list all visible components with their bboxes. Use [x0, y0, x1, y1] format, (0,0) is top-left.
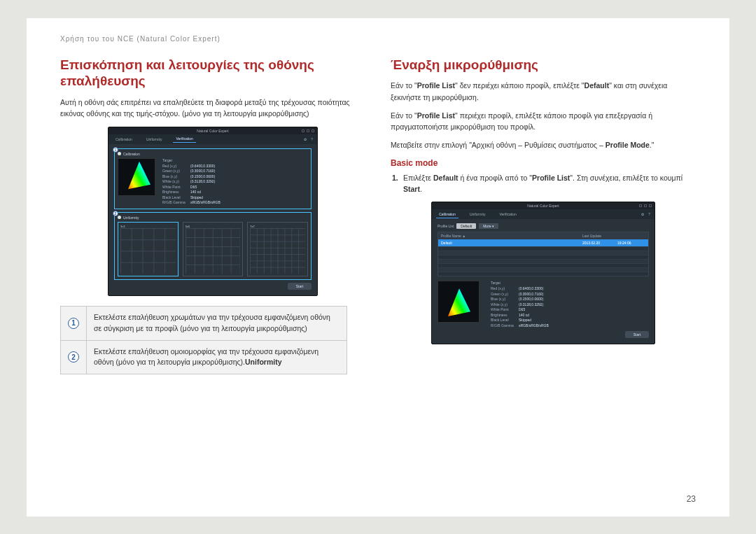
target-val: sRGB/sRGB/sRGB [519, 323, 549, 329]
more-dropdown[interactable]: More ▾ [479, 223, 498, 229]
target-key: White (x,y) [491, 302, 514, 308]
left-column: Επισκόπηση και λειτουργίες της οθόνης επ… [60, 57, 365, 375]
target-val: (0.1500,0.0600) [190, 174, 215, 180]
gear-icon[interactable]: ✿ [641, 212, 644, 216]
callout-badge-1: 1 [113, 147, 118, 153]
start-button[interactable]: Start [288, 283, 312, 290]
target-val: (0.6400,0.3300) [519, 286, 543, 292]
radio-icon[interactable] [118, 152, 121, 155]
intro-paragraph: Αυτή η οθόνη σάς επιτρέπει να επαληθεύετ… [60, 97, 365, 120]
gamut-diagram [438, 281, 479, 323]
tab-uniformity[interactable]: Uniformity [144, 136, 165, 143]
section-title-verification: Επισκόπηση και λειτουργίες της οθόνης επ… [60, 57, 365, 90]
target-key: Blue (x,y) [162, 174, 186, 180]
col-profile-name[interactable]: Profile Name ▲ [441, 234, 582, 238]
profile-detail-pane: Target Red (x,y)(0.6400,0.3300) Green (x… [438, 281, 649, 328]
target-values-table: Target Red (x,y)(0.6400,0.3300) Green (x… [162, 158, 220, 206]
grid-option-7x7[interactable]: 7x7 [247, 222, 308, 277]
target-heading: Target [162, 158, 220, 162]
target-key: Blue (x,y) [491, 297, 514, 302]
cell-date: 2013.02.20 [582, 241, 617, 245]
tab-uniformity[interactable]: Uniformity [467, 211, 489, 218]
app-title: Natural Color Expert [197, 129, 228, 133]
target-val: sRGB/sRGB/sRGB [190, 200, 220, 206]
target-val: 140 cd [190, 190, 201, 195]
uniformity-panel: 2 Uniformity 3x3 5x5 7x7 [114, 212, 312, 281]
target-key: Green (x,y) [491, 292, 514, 297]
target-key: Green (x,y) [162, 169, 186, 174]
table-row [438, 272, 648, 276]
tab-calibration[interactable]: Calibration [436, 211, 458, 218]
callout-text-1: Εκτελέστε επαλήθευση χρωμάτων για την τρ… [87, 307, 347, 341]
screenshot-profile-list-window: Natural Color Expert Calibration Uniform… [431, 202, 655, 344]
app-tabs: Calibration Uniformity Verification ✿? [432, 209, 654, 219]
target-key: R/G/B Gamma [491, 323, 514, 329]
window-buttons [639, 204, 652, 207]
panel-label-uniformity: Uniformity [123, 216, 139, 220]
callout-badge-2: 2 [113, 211, 118, 216]
tab-calibration[interactable]: Calibration [113, 136, 135, 143]
target-key: Red (x,y) [162, 164, 186, 169]
target-val: Skipped [519, 318, 531, 323]
step-1: Επιλέξτε Default ή ένα προφίλ από το "Pr… [400, 172, 696, 195]
section-title-start-calibration: Έναρξη μικρορύθμισης [391, 57, 696, 73]
help-icon[interactable]: ? [648, 212, 650, 216]
col-extra [617, 234, 645, 238]
table-header-row: Profile Name ▲ Last Update [438, 232, 648, 239]
right-column: Έναρξη μικρορύθμισης Εάν το "Profile Lis… [391, 57, 696, 375]
target-key: Black Level [491, 318, 514, 323]
target-val: (0.6400,0.3300) [190, 164, 215, 169]
document-page: Χρήση του του NCE (Natural Color Expert)… [27, 18, 729, 517]
grid-option-5x5[interactable]: 5x5 [183, 222, 244, 277]
target-val: D65 [190, 185, 197, 190]
steps-list: Επιλέξτε Default ή ένα προφίλ από το "Pr… [391, 172, 696, 195]
target-val: 140 cd [519, 313, 529, 318]
circle-number-2: 2 [68, 351, 79, 363]
help-icon[interactable]: ? [311, 137, 313, 141]
target-val: (0.3000,0.7160) [519, 292, 543, 297]
para-3: Μεταβείτε στην επιλογή "Αρχική οθόνη – Ρ… [391, 139, 696, 150]
callout-table: 1 Εκτελέστε επαλήθευση χρωμάτων για την … [60, 306, 347, 374]
target-heading: Target [491, 281, 549, 285]
start-button[interactable]: Start [625, 331, 649, 338]
panel-label-calibration: Calibration [123, 152, 140, 156]
callout-text-2: Εκτελέστε επαλήθευση ομοιομορφίας για τη… [87, 340, 347, 374]
target-key: Black Level [162, 195, 186, 201]
cell-time: 19:24:06 [617, 241, 645, 245]
target-val: D65 [519, 307, 525, 313]
target-key: R/G/B Gamma [162, 200, 186, 206]
para-2: Εάν το "Profile List" περιέχει προφίλ, ε… [391, 110, 696, 133]
tab-verification[interactable]: Verification [496, 211, 519, 218]
target-val: (0.3000,0.7160) [190, 169, 215, 174]
page-number: 23 [687, 494, 696, 504]
default-button[interactable]: Default [456, 223, 476, 229]
app-tabs: Calibration Uniformity Verification ✿? [108, 134, 317, 144]
gamut-diagram [118, 158, 155, 196]
target-val: (0.3128,0.3292) [190, 179, 215, 185]
target-values-table: Target Red (x,y)(0.6400,0.3300) Green (x… [491, 281, 549, 328]
breadcrumb: Χρήση του του NCE (Natural Color Expert) [60, 35, 696, 43]
profile-table: Profile Name ▲ Last Update Default 2013.… [438, 232, 649, 276]
two-column-layout: Επισκόπηση και λειτουργίες της οθόνης επ… [60, 57, 696, 375]
window-buttons [302, 129, 314, 132]
profile-list-label: Profile List [438, 224, 454, 228]
target-key: Red (x,y) [491, 286, 514, 292]
callout-number-cell: 1 [61, 307, 87, 341]
app-titlebar: Natural Color Expert [108, 127, 317, 134]
col-last-update[interactable]: Last Update [582, 234, 617, 238]
target-key: Brightness [491, 313, 514, 318]
table-row-selected[interactable]: Default 2013.02.20 19:24:06 [438, 239, 648, 246]
grid-option-3x3[interactable]: 3x3 [118, 222, 178, 277]
profile-list-header: Profile List Default More ▾ [438, 223, 649, 229]
target-key: White (x,y) [162, 179, 186, 185]
target-key: White Point [162, 185, 186, 190]
target-val: (0.1500,0.0600) [519, 297, 543, 302]
radio-icon[interactable] [118, 216, 121, 219]
app-title: Natural Color Expert [527, 204, 559, 208]
gear-icon[interactable]: ✿ [304, 137, 307, 141]
app-titlebar: Natural Color Expert [432, 202, 654, 209]
tab-verification[interactable]: Verification [173, 135, 195, 143]
target-val: Skipped [190, 195, 203, 201]
target-key: Brightness [162, 190, 186, 195]
target-val: (0.3128,0.3292) [519, 302, 543, 308]
